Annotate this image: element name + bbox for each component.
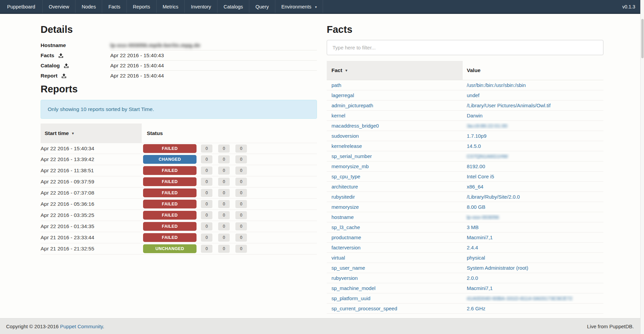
nav-reports[interactable]: Reports [127,0,156,13]
fact-value-link[interactable]: Darwin [467,113,483,118]
nav-inventory[interactable]: Inventory [184,0,217,13]
report-status-cell: FAILED 0 0 0 [142,166,317,175]
status-badge: CHANGED [143,155,197,164]
count-badge: 0 [235,166,247,175]
fact-row: kernel Darwin [327,111,603,121]
fact-name-link[interactable]: sudoversion [331,133,359,139]
fact-name-link[interactable]: sp_serial_number [331,153,372,159]
fact-name-link[interactable]: rubyversion [331,275,358,281]
fact-name-link[interactable]: sp_current_processor_speed [331,306,397,311]
fact-name-cell: macaddress_bridge0 [327,123,463,129]
fact-value-link[interactable]: lp-osx-003056 [467,214,499,220]
fact-name-link[interactable]: sp_cpu_type [331,174,360,179]
fact-value-link[interactable]: 2.4.4 [467,245,478,250]
fact-name-cell: kernelrelease [327,143,463,149]
footer-copyright-suffix: . [103,324,104,329]
fact-name-link[interactable]: rubysitedir [331,194,355,200]
details-value: Apr 22 2016 - 15:40:44 [110,63,164,69]
fact-value-cell: 2.4.4 [463,245,603,251]
fact-name-link[interactable]: virtual [331,255,345,261]
fact-value-link[interactable]: 41A0D040-60BA-331D-8114-0A03173C9CE72 [467,295,572,301]
fact-name-link[interactable]: admin_picturepath [331,103,373,108]
details-row: Hostname lp-osx-003056.mpib-berlin.mpg.d… [41,40,317,50]
vertical-scrollbar[interactable] [640,0,644,334]
reports-title: Reports [41,83,317,95]
report-status-cell: CHANGED 0 0 0 [142,155,317,164]
nav-query[interactable]: Query [249,0,275,13]
details-label-cell: Hostname [41,40,110,50]
fact-name-link[interactable]: sp_l3_cache [331,224,360,230]
nav-overview[interactable]: Overview [42,0,75,13]
fact-name-cell: admin_picturepath [327,103,463,109]
fact-name-cell: rubysitedir [327,194,463,200]
fact-value-link[interactable]: 3a:c9:86:22:01:00 [467,123,507,129]
fact-name-link[interactable]: kernel [331,113,345,118]
fact-name-cell: productname [327,235,463,241]
fact-name-link[interactable]: kernelrelease [331,143,362,149]
fact-row: architecture x86_64 [327,182,603,192]
fact-value-link[interactable]: physical [467,255,485,261]
navbar-brand[interactable]: Puppetboard [0,0,42,13]
fact-value-link[interactable]: 8192.00 [467,163,485,169]
fact-value-link[interactable]: 2.6 GHz [467,306,485,311]
right-column: Facts Fact ▾ Value path [327,15,603,314]
fact-name-link[interactable]: facterversion [331,245,361,250]
fact-value-cell: 1.7.10p9 [463,133,603,139]
app-version: v0.1.3 [622,0,635,14]
fact-name-cell: sp_current_processor_speed [327,306,463,312]
count-badge: 0 [235,200,247,208]
column-header-value[interactable]: Value [463,61,603,80]
fact-value-link[interactable]: C07QN1A6G1HW [467,153,508,159]
fact-name-link[interactable]: productname [331,235,361,240]
fact-value-link[interactable]: undef [467,92,480,98]
upload-icon [59,53,63,58]
fact-value-link[interactable]: 2.0.0 [467,275,478,281]
fact-value-link[interactable]: Macmini7,1 [467,285,493,291]
footer: Copyright © 2013-2016 Puppet Community. … [0,318,644,334]
fact-name-link[interactable]: sp_platform_uuid [331,295,370,301]
fact-value-link[interactable]: 1.7.10p9 [467,133,486,139]
count-badge: 0 [218,233,230,242]
details-row: Catalog Apr 22 2016 - 15:40:44 [41,61,317,71]
fact-value-link[interactable]: /Library/Ruby/Site/2.0.0 [467,194,520,200]
fact-name-cell: sp_cpu_type [327,174,463,180]
sort-descending-icon: ▾ [345,68,347,73]
column-header-status[interactable]: Status [142,124,317,143]
fact-name-link[interactable]: sp_user_name [331,265,365,271]
fact-name-link[interactable]: architecture [331,184,358,190]
fact-value-link[interactable]: 14.5.0 [467,143,481,149]
fact-name-link[interactable]: path [331,82,341,88]
column-header-start-time[interactable]: Start time ▾ [41,124,142,143]
nav-environments-dropdown[interactable]: Environments ▾ [275,0,323,13]
fact-name-link[interactable]: lagerregal [331,92,354,98]
puppet-community-link[interactable]: Puppet Community [60,324,103,329]
fact-value-link[interactable]: x86_64 [467,184,483,190]
nav-catalogs[interactable]: Catalogs [217,0,249,13]
scrollbar-thumb[interactable] [641,19,644,58]
fact-value-link[interactable]: 3 MB [467,224,479,230]
column-header-fact[interactable]: Fact ▾ [327,61,463,80]
count-badge: 0 [235,144,247,153]
nav-facts[interactable]: Facts [102,0,126,13]
status-badge: FAILED [143,211,197,220]
fact-value-link[interactable]: System Administrator (root) [467,265,528,271]
facts-filter-input[interactable] [327,40,603,55]
fact-value-link[interactable]: 8.00 GB [467,204,485,210]
fact-row: path /usr/bin:/bin:/usr/sbin:/sbin [327,80,603,90]
fact-name-link[interactable]: memorysize_mb [331,163,369,169]
fact-name-cell: sp_platform_uuid [327,295,463,302]
fact-name-link[interactable]: macaddress_bridge0 [331,123,379,129]
nav-metrics[interactable]: Metrics [156,0,185,13]
fact-value-link[interactable]: Macmini7,1 [467,235,493,240]
details-value: lp-osx-003056.mpib-berlin.mpg.de [110,42,201,48]
nav-nodes[interactable]: Nodes [75,0,102,13]
fact-name-link[interactable]: memorysize [331,204,359,210]
status-badge: FAILED [143,222,197,231]
fact-value-link[interactable]: /Library/User Pictures/Animals/Owl.tif [467,103,551,108]
fact-value-link[interactable]: Intel Core i5 [467,174,494,179]
fact-name-link[interactable]: hostname [331,214,354,220]
fact-row: sp_platform_uuid 41A0D040-60BA-331D-8114… [327,293,603,304]
count-badge: 0 [218,155,230,163]
fact-name-link[interactable]: sp_machine_model [331,285,375,291]
fact-value-link[interactable]: /usr/bin:/bin:/usr/sbin:/sbin [467,82,526,88]
